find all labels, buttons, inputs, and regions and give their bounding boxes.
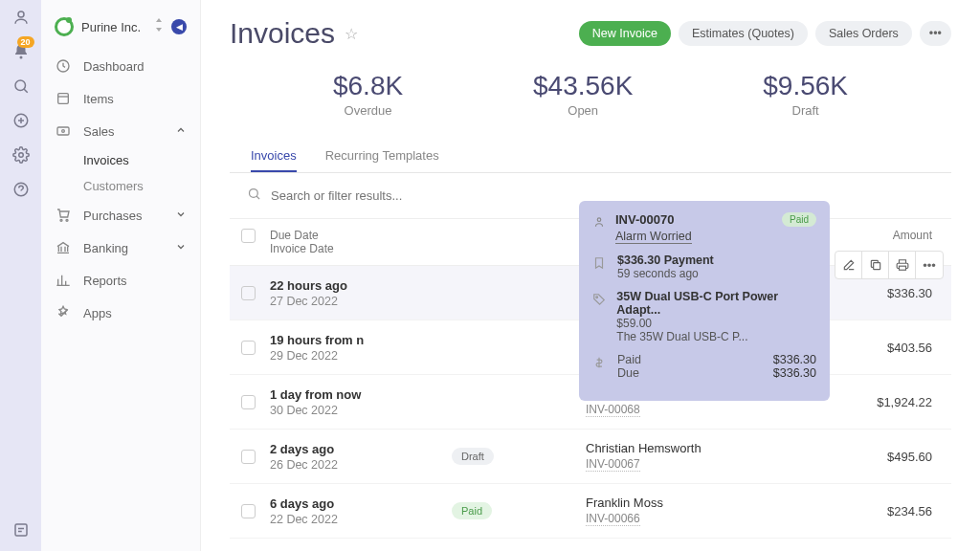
- estimates-button[interactable]: Estimates (Quotes): [679, 21, 808, 46]
- row-amount: $495.60: [796, 450, 940, 464]
- select-all-checkbox[interactable]: [241, 229, 256, 243]
- stat-value: $6.8K: [333, 71, 403, 101]
- svg-point-13: [250, 189, 258, 198]
- col-invoice-date: Invoice Date: [270, 242, 452, 255]
- popover-payment-amount: $336.30 Payment: [617, 253, 714, 267]
- popover-paid-label: Paid: [617, 353, 641, 366]
- popover-customer[interactable]: Alarm Worried: [615, 230, 692, 244]
- help-icon[interactable]: [11, 180, 31, 199]
- nav-purchases[interactable]: Purchases: [41, 199, 200, 231]
- row-due-time: 2 days ago: [270, 442, 452, 456]
- archive-icon[interactable]: [11, 520, 31, 540]
- apps-icon: [55, 304, 72, 321]
- add-icon[interactable]: [11, 111, 31, 130]
- row-checkbox[interactable]: [241, 504, 256, 518]
- stat-label: Overdue: [333, 103, 403, 118]
- search-icon: [247, 187, 261, 205]
- print-icon[interactable]: [889, 252, 916, 278]
- svg-rect-15: [899, 266, 905, 270]
- svg-point-1: [19, 56, 22, 59]
- nav-banking[interactable]: Banking: [41, 231, 200, 264]
- page-title: Invoices: [230, 17, 335, 50]
- svg-point-0: [18, 11, 24, 17]
- org-name: Purine Inc.: [81, 20, 146, 34]
- svg-rect-6: [15, 524, 27, 536]
- stat-value: $43.56K: [533, 71, 633, 101]
- row-date: 30 Dec 2022: [270, 404, 452, 417]
- popover-item-desc: The 35W Dual USB-C P...: [616, 330, 816, 343]
- nav-label: Purchases: [83, 209, 164, 223]
- svg-point-11: [60, 219, 62, 221]
- row-date: 27 Dec 2022: [270, 295, 452, 308]
- row-checkbox[interactable]: [241, 341, 256, 355]
- copy-icon[interactable]: [862, 252, 889, 278]
- rail-search-icon[interactable]: [11, 77, 31, 96]
- nav-customers[interactable]: Customers: [83, 173, 200, 199]
- nav-label: Reports: [83, 274, 187, 288]
- nav-label: Dashboard: [83, 59, 187, 74]
- settings-icon[interactable]: [11, 145, 31, 165]
- nav-label: Items: [83, 92, 187, 106]
- status-badge: Paid: [452, 502, 492, 519]
- row-invoice-number[interactable]: INV-00067: [586, 457, 640, 472]
- col-due-date: Due Date: [270, 229, 452, 242]
- stat-draft: $9.56KDraft: [763, 71, 848, 118]
- collapse-sidebar-icon[interactable]: ◀: [171, 19, 187, 34]
- nav-reports[interactable]: Reports: [41, 264, 200, 297]
- row-date: 22 Dec 2022: [270, 513, 452, 526]
- items-icon: [55, 90, 72, 107]
- nav-sales[interactable]: Sales: [41, 115, 200, 147]
- row-checkbox[interactable]: [241, 450, 256, 464]
- stat-open: $43.56KOpen: [533, 71, 633, 118]
- row-due-time: 6 days ago: [270, 496, 452, 511]
- svg-point-10: [62, 130, 65, 133]
- main-content: Invoices ☆ New Invoice Estimates (Quotes…: [201, 0, 980, 551]
- org-logo-icon: [55, 17, 74, 36]
- table-row[interactable]: 6 days ago22 Dec 2022PaidFranklin MossIN…: [230, 484, 951, 539]
- banking-icon: [55, 239, 72, 256]
- table-row[interactable]: 2 days ago26 Dec 2022DraftChristian Hems…: [230, 430, 951, 484]
- svg-point-16: [597, 218, 601, 222]
- tab-recurring[interactable]: Recurring Templates: [325, 141, 439, 172]
- popover-invoice-id: INV-00070: [615, 212, 692, 227]
- org-switcher[interactable]: Purine Inc. ◀: [41, 8, 200, 46]
- more-icon[interactable]: •••: [916, 252, 943, 278]
- person-icon: [592, 215, 606, 232]
- chevron-down-icon: [175, 241, 187, 255]
- row-customer: Christian Hemsworth: [586, 441, 796, 455]
- row-invoice-number[interactable]: INV-00068: [586, 403, 640, 417]
- popover-payment-time: 59 seconds ago: [617, 267, 714, 280]
- nav-label: Banking: [83, 241, 164, 255]
- more-actions-button[interactable]: •••: [920, 21, 951, 46]
- nav-invoices[interactable]: Invoices: [83, 147, 200, 173]
- favorite-star-icon[interactable]: ☆: [345, 25, 358, 43]
- svg-point-2: [15, 80, 26, 91]
- row-date: 29 Dec 2022: [270, 349, 452, 363]
- popover-due-label: Due: [617, 366, 639, 380]
- popover-item-name: 35W Dual USB-C Port Power Adapt...: [616, 290, 816, 317]
- nav-items[interactable]: Items: [41, 82, 200, 115]
- edit-icon[interactable]: [835, 252, 862, 278]
- stat-label: Open: [533, 103, 633, 118]
- popover-item-price: $59.00: [616, 317, 816, 330]
- org-chevron-icon: [154, 18, 164, 35]
- popover-due-value: $336.30: [773, 366, 816, 380]
- stat-value: $9.56K: [763, 71, 848, 101]
- tab-invoices[interactable]: Invoices: [251, 141, 297, 172]
- nav-dashboard[interactable]: Dashboard: [41, 50, 200, 82]
- nav-apps[interactable]: Apps: [41, 297, 200, 329]
- row-customer: Franklin Moss: [586, 496, 796, 510]
- popover-status-badge: Paid: [782, 212, 816, 227]
- new-invoice-button[interactable]: New Invoice: [579, 21, 671, 46]
- chevron-down-icon: [175, 209, 187, 223]
- row-checkbox[interactable]: [241, 286, 256, 300]
- reports-icon: [55, 272, 72, 289]
- sales-orders-button[interactable]: Sales Orders: [815, 21, 912, 46]
- row-checkbox[interactable]: [241, 395, 256, 409]
- profile-icon[interactable]: [11, 8, 31, 27]
- notifications-icon[interactable]: 20: [11, 42, 31, 61]
- svg-point-12: [66, 219, 68, 221]
- invoice-preview-popover: INV-00070 Alarm Worried Paid $336.30 Pay…: [579, 201, 830, 401]
- row-invoice-number[interactable]: INV-00066: [586, 512, 640, 526]
- status-badge: Draft: [452, 448, 494, 465]
